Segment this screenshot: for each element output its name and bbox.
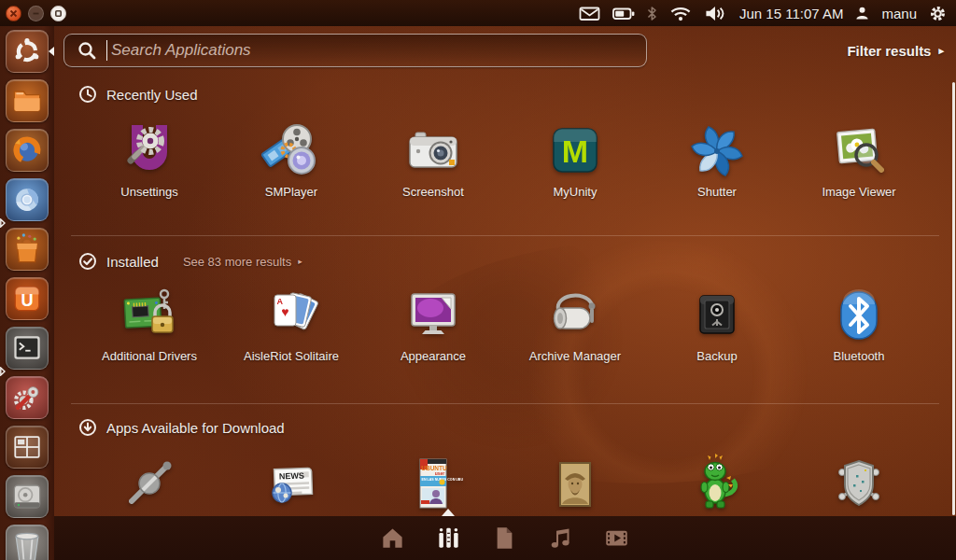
maximize-button[interactable] [50,6,66,21]
mail-icon[interactable] [579,6,600,21]
indicator-area: Jun 15 11:07 AM manu [579,5,956,22]
launcher-item-hard-disk[interactable] [6,475,49,518]
lens-applications[interactable] [429,516,467,560]
gear-icon[interactable] [929,5,947,22]
lens-bar [54,516,956,560]
battery-icon[interactable] [612,6,635,21]
check-circle-icon [78,252,97,271]
app-label: Additional Drivers [102,349,197,363]
svg-text:M: M [562,133,588,169]
username-label[interactable]: manu [881,6,917,21]
app-label: Screenshot [402,185,464,199]
running-indicator [0,367,6,376]
scrollbar[interactable] [952,82,955,515]
app-item[interactable]: Wildlife [646,454,788,516]
app-label: Shutter [697,185,737,199]
app-label: Appearance [401,349,466,363]
search-input[interactable] [107,35,646,66]
launcher-item-software-center[interactable] [6,228,49,271]
app-item[interactable]: Image Viewer [788,121,930,199]
launcher-item-terminal[interactable] [6,327,49,370]
see-more-label: See 83 more results [183,255,291,269]
aisleriot-icon: A ♥ [261,286,321,345]
app-label: SMPlayer [265,185,317,199]
see-more-results-link[interactable]: See 83 more results ▸ [183,255,302,269]
minimize-button[interactable] [28,6,44,21]
svg-text:♥: ♥ [281,304,288,319]
appearance-icon [403,286,463,345]
wifi-icon[interactable] [669,6,692,21]
launcher-item-system-settings[interactable] [6,376,49,419]
section-divider [71,235,939,236]
video-lens-icon [604,525,629,551]
lens-video[interactable] [598,516,635,560]
app-item[interactable]: A ♥ AisleRiot Solitaire [220,286,362,363]
applications-lens-icon [436,525,461,551]
app-label: Image Viewer [822,185,895,199]
files-lens-icon [492,525,517,551]
recently-used-row: Unsettings SMPlayer [54,121,956,199]
volume-icon[interactable] [704,6,727,21]
launcher-item-ubuntu-one[interactable]: U [6,277,49,320]
system-settings-icon [8,379,46,416]
app-item[interactable]: UBUNTU user EN LAS NUBES CON UBUNTU Ubun… [362,454,504,516]
lens-strip [373,516,635,560]
downloads-row: Jack Audio Connection Kit NEWS [54,454,956,516]
unity-dash-screen: { "colors": { "panel_bg": "#2a1208", "da… [0,0,956,560]
myunity-icon: M [545,121,605,181]
app-item[interactable]: Shutter [646,121,788,199]
app-item[interactable]: Archive Manager [504,286,646,363]
section-divider [71,403,939,404]
bluetooth-icon[interactable] [647,6,657,21]
clock-label[interactable]: Jun 15 11:07 AM [739,6,843,21]
launcher-item-firefox[interactable] [6,129,49,172]
lens-music[interactable] [541,516,579,560]
app-item[interactable]: Appearance [362,286,504,363]
section-title: Installed [106,254,159,270]
lens-home[interactable] [373,516,411,560]
top-panel: Jun 15 11:07 AM manu [0,0,956,26]
filter-results-button[interactable]: Filter results ▸ [847,43,944,59]
backup-icon [687,286,747,345]
app-item[interactable]: Underworld [504,454,646,516]
unsettings-icon [120,121,179,181]
lens-files[interactable] [485,516,523,560]
app-item[interactable]: Screenshot [362,121,504,199]
section-title: Apps Available for Download [106,420,285,436]
active-lens-caret [442,509,455,516]
music-lens-icon [548,525,573,551]
window-controls [0,6,66,21]
app-item[interactable]: M MyUnity [504,121,646,199]
app-item[interactable]: Backup [646,286,788,363]
launcher-item-workspace-switcher[interactable] [6,426,49,469]
launcher: U [0,26,54,560]
launcher-item-chromium[interactable] [6,178,49,221]
chevron-right-icon: ▸ [298,257,302,266]
app-item[interactable]: Jack Audio Connection Kit [78,454,220,516]
launcher-item-home-folder[interactable] [6,79,49,122]
terminal-icon [8,329,46,367]
app-label: Unsettings [120,185,177,199]
app-item[interactable]: SMPlayer [220,121,362,199]
connector-icon [120,454,179,513]
launcher-item-trash[interactable] [6,525,49,560]
focused-indicator [49,47,54,56]
smplayer-icon [261,121,321,181]
close-button[interactable] [6,6,21,21]
clock-icon [78,85,97,104]
app-item[interactable]: Additional Drivers [78,286,220,363]
ubuntu-logo-icon [8,33,46,70]
app-item[interactable]: WW Wargame [788,454,930,516]
app-item[interactable]: Unsettings [78,121,220,199]
app-item[interactable]: Bluetooth [788,286,930,363]
svg-text:user: user [435,470,445,476]
folder-icon [8,82,46,119]
launcher-item-dash-home[interactable] [6,30,49,73]
chromium-icon [8,181,46,218]
hard-disk-icon [8,478,46,515]
section-header-installed: Installed See 83 more results ▸ [78,252,302,271]
search-box[interactable] [63,34,647,67]
bluetooth-icon [829,286,889,345]
app-item[interactable]: NEWS Liferea Feed Reader [220,454,362,516]
magazine-icon: UBUNTU user EN LAS NUBES CON UBUNTU [403,454,463,513]
